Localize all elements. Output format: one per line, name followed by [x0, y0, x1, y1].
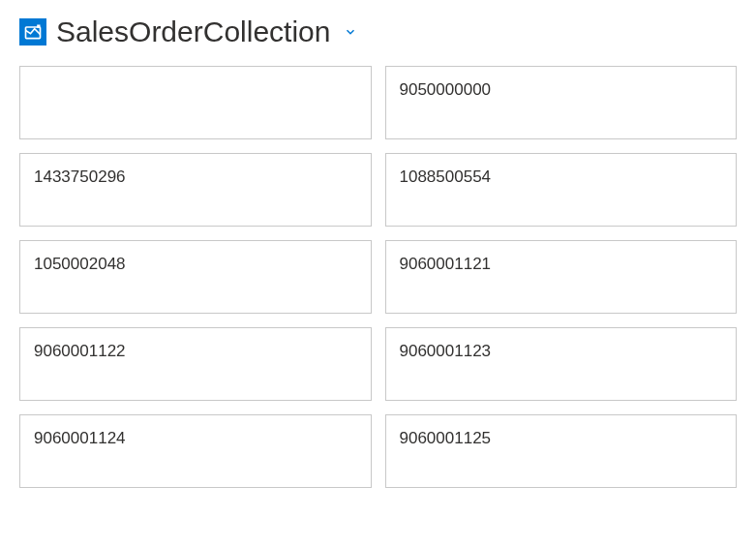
list-item[interactable]: 9050000000	[385, 66, 738, 139]
card-value: 9060001121	[400, 255, 492, 273]
card-value: 9060001122	[34, 342, 126, 360]
list-item[interactable]: 1088500554	[385, 153, 738, 227]
list-item[interactable]: 1433750296	[19, 153, 372, 227]
collection-icon	[19, 18, 46, 46]
list-item[interactable]: 9060001122	[19, 327, 372, 401]
list-item[interactable]: 9060001121	[385, 240, 738, 314]
card-value: 9060001123	[400, 342, 492, 360]
list-item[interactable]	[19, 66, 372, 139]
list-item[interactable]: 9060001125	[385, 414, 738, 488]
card-value: 9050000000	[400, 80, 492, 99]
svg-rect-1	[37, 25, 40, 28]
card-value: 1433750296	[34, 167, 126, 186]
card-grid: 9050000000 1433750296 1088500554 1050002…	[19, 66, 737, 488]
page-header: SalesOrderCollection	[19, 15, 737, 48]
card-value: 1088500554	[400, 167, 492, 186]
list-item[interactable]: 9060001124	[19, 414, 372, 488]
list-item[interactable]: 9060001123	[385, 327, 738, 401]
chevron-down-icon[interactable]	[344, 25, 357, 39]
card-value: 1050002048	[34, 255, 126, 273]
card-value: 9060001125	[400, 429, 492, 447]
card-value: 9060001124	[34, 429, 126, 447]
page-title: SalesOrderCollection	[56, 15, 330, 48]
list-item[interactable]: 1050002048	[19, 240, 372, 314]
